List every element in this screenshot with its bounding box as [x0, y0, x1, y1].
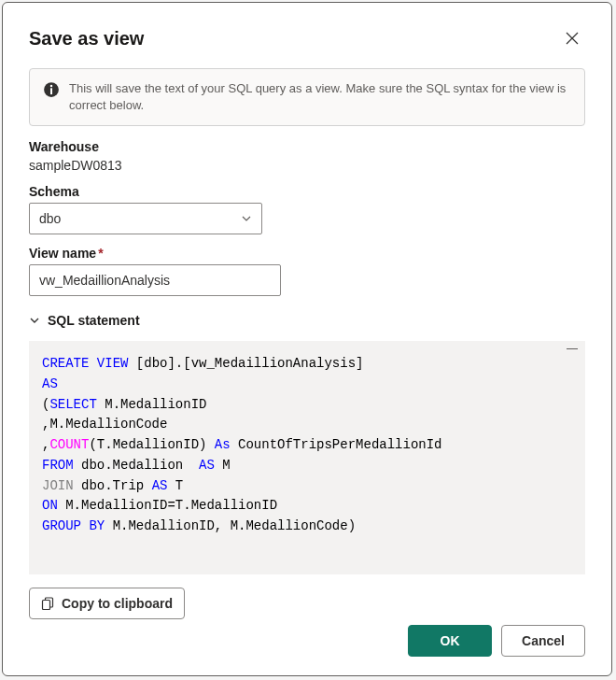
ok-button[interactable]: OK [408, 625, 492, 657]
chevron-down-icon [241, 213, 252, 224]
dialog-header: Save as view [29, 25, 585, 51]
schema-selected: dbo [39, 211, 61, 226]
svg-rect-4 [43, 600, 50, 609]
required-asterisk: * [98, 246, 103, 261]
cancel-button[interactable]: Cancel [501, 625, 585, 657]
info-text: This will save the text of your SQL quer… [69, 80, 571, 114]
view-name-label: View name* [29, 246, 585, 261]
close-button[interactable] [559, 25, 585, 51]
sql-statement-box[interactable]: CREATE VIEW [dbo].[vw_MedaillionAnalysis… [29, 341, 585, 574]
schema-label: Schema [29, 184, 585, 199]
chevron-down-icon [29, 315, 40, 326]
save-as-view-dialog: Save as view This will save the text of … [2, 2, 612, 676]
schema-dropdown[interactable]: dbo [29, 203, 262, 234]
info-banner: This will save the text of your SQL quer… [29, 68, 585, 126]
warehouse-value: sampleDW0813 [29, 158, 585, 173]
svg-point-1 [50, 85, 52, 87]
warehouse-label: Warehouse [29, 139, 585, 154]
sql-statement-label: SQL statement [48, 313, 140, 328]
close-icon [565, 31, 580, 46]
dialog-title: Save as view [29, 28, 144, 50]
cursor-mark [567, 348, 578, 349]
sql-statement-toggle[interactable]: SQL statement [29, 313, 585, 328]
copy-to-clipboard-button[interactable]: Copy to clipboard [29, 588, 185, 619]
copy-label: Copy to clipboard [62, 596, 173, 611]
dialog-footer: OK Cancel [408, 625, 585, 657]
svg-rect-2 [50, 88, 52, 94]
view-name-input[interactable] [29, 264, 281, 296]
copy-icon [41, 597, 54, 610]
info-icon [43, 81, 60, 98]
